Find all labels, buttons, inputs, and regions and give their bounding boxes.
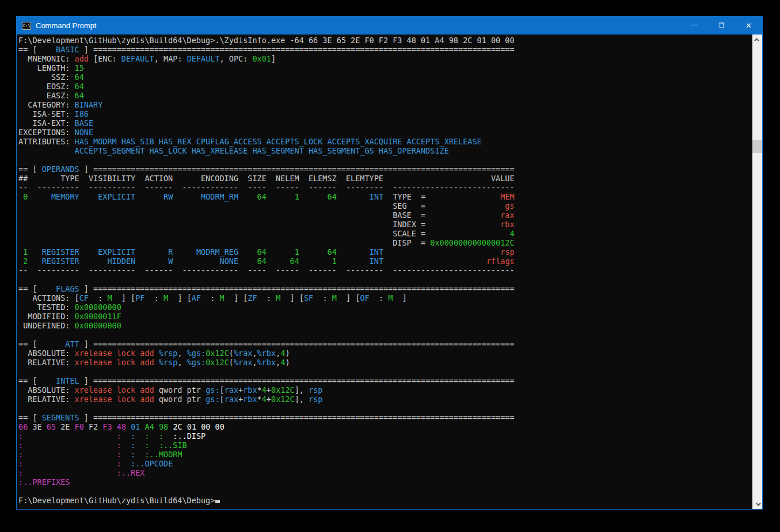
text-segment: 98 xyxy=(159,422,168,431)
text-segment xyxy=(18,229,393,238)
text-segment: : xyxy=(117,431,121,441)
text-segment: SEG = xyxy=(393,201,425,210)
text-segment: RW xyxy=(163,192,173,201)
text-segment xyxy=(112,422,117,431)
text-segment: SCALE = xyxy=(393,229,425,238)
command-prompt-window: C:\_ Command Prompt — ❐ ✕ F:\Development… xyxy=(16,16,763,510)
text-segment xyxy=(28,247,41,257)
text-segment xyxy=(383,247,500,257)
text-segment: : xyxy=(159,431,163,441)
scroll-up-button[interactable] xyxy=(752,35,762,44)
scrollbar-thumb[interactable] xyxy=(752,140,762,153)
text-segment: ] xyxy=(79,339,93,349)
text-segment: 64 xyxy=(257,247,267,257)
text-segment xyxy=(18,238,393,247)
text-segment: gs xyxy=(505,201,514,210)
terminal-line: INDEX = rbx xyxy=(18,220,752,229)
text-segment: :..PREFIXES xyxy=(18,477,70,487)
text-segment: add xyxy=(75,54,89,63)
terminal-line: == [ ATT ] =============================… xyxy=(18,339,752,349)
terminal-line: BASE = rax xyxy=(18,210,752,220)
text-segment: CF xyxy=(79,293,89,303)
text-segment xyxy=(121,450,131,459)
text-segment xyxy=(121,441,131,450)
text-segment: NONE xyxy=(75,128,94,137)
text-segment: ( xyxy=(229,349,234,358)
text-segment: ========================================… xyxy=(93,45,515,54)
terminal-line: : : : : : :..DISP xyxy=(18,431,752,441)
terminal-line: MNEMONIC: add [ENC: DEFAULT, MAP: DEFAUL… xyxy=(18,54,752,63)
terminal-line: : : : :..MODRM xyxy=(18,450,752,459)
text-segment xyxy=(135,257,168,266)
text-segment: == [ xyxy=(18,413,42,422)
title-bar[interactable]: C:\_ Command Prompt — ❐ ✕ xyxy=(17,17,762,35)
cmd-icon[interactable]: C:\_ xyxy=(22,22,31,30)
chevron-down-icon xyxy=(756,501,760,506)
maximize-button[interactable]: ❐ xyxy=(708,17,735,35)
text-segment: : xyxy=(257,293,276,303)
terminal-line: ATTRIBUTES: HAS_MODRM HAS_SIB HAS_REX CP… xyxy=(18,137,752,146)
text-segment: ] xyxy=(79,284,93,293)
terminal-line: SCALE = 4 xyxy=(18,229,752,238)
text-segment: 2 xyxy=(18,257,28,266)
text-segment: , MAP: xyxy=(154,54,187,63)
text-segment: ] xyxy=(79,164,93,174)
scrollbar[interactable] xyxy=(752,35,762,509)
text-segment: == [ xyxy=(18,376,42,385)
terminal-line: 0 MEMORY EXPLICIT RW MODRM_RM 64 1 64 IN… xyxy=(18,192,752,201)
text-segment xyxy=(23,468,117,477)
text-segment: + xyxy=(267,395,271,404)
text-segment: ISA-SET: xyxy=(18,109,75,118)
text-segment xyxy=(150,441,159,450)
text-segment: : xyxy=(18,468,23,477)
text-segment: TESTED: xyxy=(18,303,75,312)
text-segment: 0x12C xyxy=(271,395,295,404)
text-segment xyxy=(135,431,144,441)
text-segment: 0x12C xyxy=(206,349,229,358)
text-segment: I86 xyxy=(75,109,89,118)
text-segment: EXPLICIT xyxy=(98,247,135,257)
text-segment xyxy=(23,431,117,441)
terminal-line: F:\Development\GitHub\zydis\Build64\Debu… xyxy=(18,36,752,45)
text-segment xyxy=(299,247,328,257)
text-segment: BASE = xyxy=(393,210,425,220)
scroll-down-button[interactable] xyxy=(752,499,762,509)
text-segment: 1 xyxy=(18,247,28,257)
text-segment: 66 xyxy=(18,422,28,431)
text-segment xyxy=(163,431,173,441)
terminal-line: -- --------- ---------- ------ ---------… xyxy=(18,183,752,192)
text-segment xyxy=(79,192,98,201)
text-segment: %rbx xyxy=(257,349,276,358)
text-segment xyxy=(383,174,491,183)
terminal-output[interactable]: F:\Development\GitHub\zydis\Build64\Debu… xyxy=(17,35,752,509)
text-segment xyxy=(299,257,332,266)
terminal-line: 2 REGISTER HIDDEN W NONE 64 64 1 INT rfl… xyxy=(18,257,752,266)
text-segment: ## TYPE VISIBILITY ACTION ENCODING SIZE … xyxy=(18,174,383,183)
text-segment: ACCEPTS_SEGMENT HAS_LOCK HAS_XRELEASE HA… xyxy=(75,146,449,155)
text-segment xyxy=(383,257,486,266)
text-segment: ISA-EXT: xyxy=(18,118,75,128)
text-segment: 1 xyxy=(295,247,299,257)
text-segment: OF xyxy=(360,293,369,303)
text-segment: ABSOLUTE: xyxy=(18,385,75,395)
text-segment xyxy=(23,450,117,459)
close-icon: ✕ xyxy=(745,21,752,30)
text-segment: INTEL xyxy=(42,376,79,385)
terminal-line: 1 REGISTER EXPLICIT R MODRM_REG 64 1 64 … xyxy=(18,247,752,257)
terminal-line: DISP = 0x000000000000012C xyxy=(18,238,752,247)
terminal-line: RELATIVE: xrelease lock add qword ptr gs… xyxy=(18,395,752,404)
text-segment: ] [ xyxy=(280,293,304,303)
close-button[interactable]: ✕ xyxy=(735,17,762,35)
terminal-line: : :..REX xyxy=(18,468,752,477)
text-segment: ATT xyxy=(42,339,79,349)
text-segment: ] xyxy=(393,293,406,303)
text-segment: INT xyxy=(370,247,383,257)
text-segment: 0x0000011F xyxy=(75,312,121,321)
text-segment xyxy=(121,431,131,441)
text-segment: : xyxy=(117,459,121,468)
text-segment: FLAGS xyxy=(42,284,79,293)
text-segment: : xyxy=(201,293,220,303)
terminal-line: ABSOLUTE: xrelease lock add %rsp, %gs:0x… xyxy=(18,349,752,358)
minimize-button[interactable]: — xyxy=(681,17,708,35)
text-segment: AF xyxy=(192,293,201,303)
